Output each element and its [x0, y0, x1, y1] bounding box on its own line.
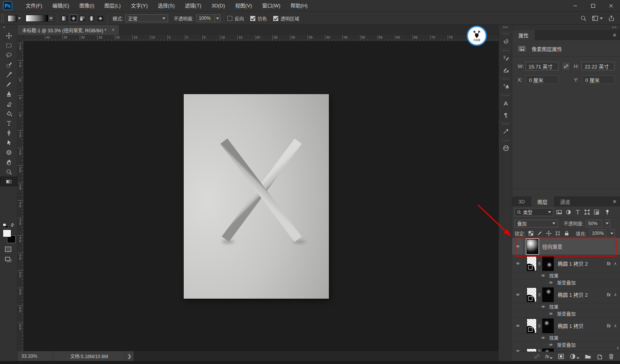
- lock-position-button[interactable]: [546, 231, 552, 236]
- options-bar-grip[interactable]: [1, 14, 4, 23]
- gradient-type-diamond-button[interactable]: [97, 14, 104, 22]
- x-field[interactable]: 0 厘米: [526, 75, 558, 84]
- close-tab-icon[interactable]: ×: [112, 27, 114, 33]
- checkbox-icon[interactable]: [273, 16, 278, 21]
- hand-tool[interactable]: [0, 157, 18, 167]
- paragraph-panel-button[interactable]: ¶: [499, 109, 513, 121]
- brush-tool[interactable]: [0, 79, 18, 89]
- libraries-panel-button[interactable]: [499, 142, 513, 154]
- lasso-tool[interactable]: [0, 50, 18, 60]
- blend-mode-select[interactable]: 正常: [125, 14, 168, 22]
- layer-mask-thumbnail[interactable]: [542, 287, 554, 302]
- tab-properties[interactable]: 属性: [512, 30, 535, 40]
- rect-marquee-tool[interactable]: [0, 40, 18, 50]
- quick-select-tool[interactable]: [0, 60, 18, 70]
- clone-source-panel-button[interactable]: [499, 80, 513, 92]
- height-field[interactable]: 22.22 英寸: [581, 62, 615, 70]
- tab-通道[interactable]: 通道: [554, 196, 576, 206]
- default-foreground-swatch[interactable]: [3, 223, 6, 226]
- menu-item[interactable]: 文件(F): [21, 0, 47, 12]
- layer-row[interactable]: 椭圆 1 拷贝 2 fx ∧: [512, 255, 620, 272]
- screen-mode-button[interactable]: [5, 256, 12, 263]
- workspace-switcher[interactable]: [592, 15, 603, 21]
- width-field[interactable]: 15.71 英寸: [525, 62, 559, 70]
- effect-row[interactable]: 渐变叠加: [512, 310, 620, 317]
- menu-item[interactable]: 3D(D): [206, 0, 230, 12]
- move-tool[interactable]: [0, 31, 18, 40]
- shape-layer-thumbnail[interactable]: [527, 348, 537, 352]
- swap-colors-icon[interactable]: ⇄: [9, 222, 16, 228]
- gradient-type-linear-button[interactable]: [61, 14, 68, 22]
- eraser-tool[interactable]: [0, 99, 18, 108]
- add-layer-mask-button[interactable]: [558, 353, 564, 360]
- collapse-effects-icon[interactable]: ∧: [611, 292, 620, 297]
- menu-item[interactable]: 文字(Y): [126, 0, 153, 12]
- foreground-color-swatch[interactable]: [3, 229, 11, 237]
- effect-row[interactable]: 渐变叠加: [512, 279, 620, 286]
- layer-name[interactable]: 椭圆 1 拷贝 2: [558, 291, 588, 298]
- paint-bucket-tool[interactable]: [0, 108, 18, 118]
- minimize-button[interactable]: [566, 0, 584, 12]
- checkbox-反向[interactable]: 反向: [227, 15, 244, 22]
- character-panel-button[interactable]: A: [499, 97, 513, 109]
- tool-presets-panel-button[interactable]: [499, 126, 513, 137]
- filter-toggle-button[interactable]: [604, 209, 610, 215]
- document-tab[interactable]: 未标题-1 @ 33.3% (径向渐变, RGB/8#) * ×: [18, 25, 119, 35]
- zoom-level-field[interactable]: 33.33%: [18, 351, 53, 361]
- layer-thumbnail[interactable]: [527, 239, 538, 254]
- fx-badge[interactable]: fx: [607, 292, 611, 298]
- zoom-tool[interactable]: [0, 167, 18, 177]
- panel-menu-icon[interactable]: ≡: [613, 32, 616, 38]
- lock-transparent-button[interactable]: [528, 231, 534, 236]
- layer-visibility-toggle[interactable]: [512, 286, 524, 303]
- fx-badge[interactable]: fx: [607, 323, 611, 329]
- menu-item[interactable]: 视图(V): [230, 0, 257, 12]
- effect-row[interactable]: 渐变叠加: [512, 341, 620, 348]
- pen-tool[interactable]: [0, 128, 18, 138]
- checkbox-icon[interactable]: [250, 16, 255, 21]
- effect-row[interactable]: 效果: [512, 303, 620, 310]
- filter-shape-button[interactable]: [584, 209, 590, 215]
- quick-mask-button[interactable]: [5, 246, 12, 253]
- effect-visibility-toggle[interactable]: [548, 312, 554, 316]
- add-adjustment-layer-button[interactable]: [569, 353, 580, 360]
- checkbox-icon[interactable]: [227, 16, 232, 21]
- layer-visibility-toggle[interactable]: [512, 238, 524, 255]
- scroll-down-icon[interactable]: ∨: [616, 346, 619, 350]
- delete-layer-button[interactable]: [608, 353, 615, 360]
- document-canvas[interactable]: [184, 94, 329, 299]
- layer-name[interactable]: 椭圆 1 拷贝 2: [558, 260, 588, 267]
- dock-expand-button[interactable]: »»: [512, 25, 620, 30]
- fill-field[interactable]: 100%: [590, 229, 606, 237]
- menu-item[interactable]: 滤镜(T): [180, 0, 207, 12]
- opacity-dropdown-button[interactable]: [215, 14, 221, 22]
- tab-3D[interactable]: 3D: [512, 196, 531, 206]
- clone-stamp-tool[interactable]: [0, 89, 18, 99]
- layer-opacity-dropdown[interactable]: [604, 220, 610, 228]
- effect-row[interactable]: 效果: [512, 334, 620, 341]
- layer-mask-thumbnail[interactable]: [542, 318, 554, 333]
- status-options-chevron[interactable]: ❯: [125, 351, 134, 361]
- gradient-picker-button[interactable]: [48, 15, 54, 22]
- ellipse-tool[interactable]: [0, 147, 18, 157]
- shape-layer-thumbnail[interactable]: [527, 256, 537, 271]
- link-dimensions-button[interactable]: [562, 61, 571, 71]
- link-layers-button[interactable]: [534, 353, 540, 360]
- layer-blend-mode-select[interactable]: 叠加: [515, 220, 558, 228]
- horizontal-ruler[interactable]: 4035302520151050510152025303540455055606…: [24, 35, 499, 41]
- history-panel-button[interactable]: [499, 35, 513, 47]
- gradient-editor[interactable]: [26, 15, 54, 22]
- menu-item[interactable]: 图像(I): [74, 0, 99, 12]
- gradient-preview[interactable]: [26, 15, 48, 22]
- effect-visibility-toggle[interactable]: [540, 336, 546, 340]
- menu-item[interactable]: 编辑(E): [47, 0, 74, 12]
- menu-item[interactable]: 图层(L): [99, 0, 126, 12]
- effect-visibility-toggle[interactable]: [540, 273, 546, 278]
- layer-visibility-toggle[interactable]: [512, 348, 524, 352]
- menu-item[interactable]: 帮助(H): [285, 0, 313, 12]
- tool-preset-picker[interactable]: [8, 15, 21, 22]
- collapse-effects-icon[interactable]: ∧: [611, 324, 620, 328]
- share-button[interactable]: [608, 15, 615, 21]
- new-group-button[interactable]: [585, 353, 591, 360]
- shape-layer-thumbnail[interactable]: [527, 318, 537, 333]
